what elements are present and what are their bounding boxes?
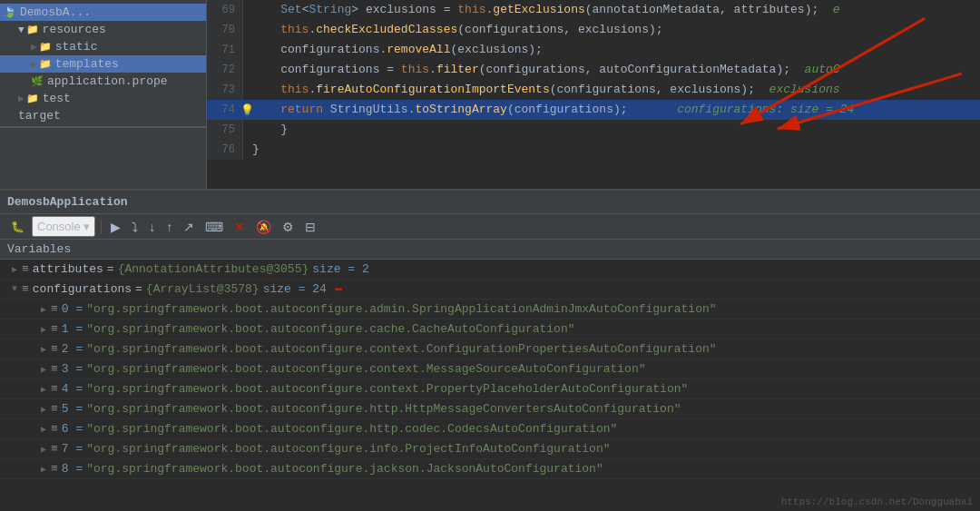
tree-static[interactable]: ▶ 📁 static bbox=[0, 38, 206, 55]
arr-6-value: "org.springframework.boot.autoconfigure.… bbox=[86, 422, 617, 436]
file-tree: 🍃 DemosbA... ▼ 📁 resources ▶ 📁 static ▶ … bbox=[0, 0, 207, 189]
arr-1-icon: ≡ bbox=[51, 322, 58, 336]
arr-6-index: 6 = bbox=[62, 422, 83, 436]
mute-btn[interactable]: 🔕 bbox=[252, 218, 275, 236]
static-label: static bbox=[55, 40, 98, 54]
tree-templates[interactable]: ▶ 📁 templates bbox=[0, 55, 206, 73]
templates-expander: ▶ bbox=[31, 58, 37, 70]
configurations-size: size = 24 bbox=[263, 282, 327, 296]
line-num-75: 75 bbox=[207, 120, 243, 140]
arr-4-icon: ≡ bbox=[51, 382, 58, 396]
restore-btn[interactable]: ⊟ bbox=[301, 218, 319, 236]
line-content-71: configurations.removeAll(exclusions); bbox=[243, 40, 543, 60]
configurations-name: configurations bbox=[33, 282, 132, 296]
arr-3-icon: ≡ bbox=[51, 362, 58, 376]
arr-8-expander[interactable]: ▶ bbox=[36, 464, 51, 475]
code-line-69: 69 Set<String> exclusions = this.getExcl… bbox=[207, 0, 980, 20]
arr-row-2[interactable]: ▶ ≡ 2 = "org.springframework.boot.autoco… bbox=[0, 339, 980, 359]
templates-folder-icon: 📁 bbox=[39, 58, 52, 70]
arr-2-expander[interactable]: ▶ bbox=[36, 344, 51, 355]
arr-6-expander[interactable]: ▶ bbox=[36, 424, 51, 435]
arr-row-5[interactable]: ▶ ≡ 5 = "org.springframework.boot.autoco… bbox=[0, 399, 980, 419]
tree-test[interactable]: ▶ 📁 test bbox=[0, 90, 206, 107]
arr-1-index: 1 = bbox=[62, 322, 83, 336]
line-num-73: 73 bbox=[207, 80, 243, 100]
arr-4-expander[interactable]: ▶ bbox=[36, 384, 51, 395]
debugger-toolbar: 🐛 Console ▾ ▶ ⤵ ↓ ↑ ↗ ⌨ ✕ 🔕 ⚙ ⊟ bbox=[0, 214, 980, 240]
arr-0-index: 0 = bbox=[62, 302, 83, 316]
arr-row-3[interactable]: ▶ ≡ 3 = "org.springframework.boot.autoco… bbox=[0, 359, 980, 379]
code-editor: 69 Set<String> exclusions = this.getExcl… bbox=[207, 0, 980, 189]
static-expander: ▶ bbox=[31, 41, 37, 53]
console-button[interactable]: Console ▾ bbox=[32, 216, 95, 237]
resources-label: resources bbox=[43, 23, 106, 36]
debugger-panel: DemosbApplication 🐛 Console ▾ ▶ ⤵ ↓ ↑ ↗ … bbox=[0, 191, 980, 511]
configurations-icon: ≡ bbox=[22, 282, 29, 296]
arr-row-6[interactable]: ▶ ≡ 6 = "org.springframework.boot.autoco… bbox=[0, 419, 980, 439]
line-content-69: Set<String> exclusions = this.getExclusi… bbox=[243, 0, 840, 20]
arr-row-7[interactable]: ▶ ≡ 7 = "org.springframework.boot.autoco… bbox=[0, 439, 980, 459]
toolbar-separator-1 bbox=[101, 220, 102, 234]
var-row-configurations[interactable]: ▼ ≡ configurations = {ArrayList@3578} si… bbox=[0, 280, 980, 300]
arr-5-expander[interactable]: ▶ bbox=[36, 404, 51, 415]
line-num-70: 70 bbox=[207, 20, 243, 40]
run-to-cursor-btn[interactable]: ↗ bbox=[180, 218, 198, 236]
line-num-71: 71 bbox=[207, 40, 243, 60]
attributes-eq: = bbox=[107, 262, 114, 276]
tree-application[interactable]: 🌿 application.prope bbox=[0, 73, 206, 90]
test-label: test bbox=[43, 92, 71, 105]
arr-8-icon: ≡ bbox=[51, 462, 58, 476]
step-out-btn[interactable]: ↑ bbox=[162, 218, 176, 236]
code-line-75: 75 } bbox=[207, 120, 980, 140]
debugger-button[interactable]: 🐛 bbox=[7, 219, 28, 235]
arr-row-8[interactable]: ▶ ≡ 8 = "org.springframework.boot.autoco… bbox=[0, 459, 980, 479]
demosb-label: DemosbA... bbox=[20, 5, 91, 19]
debugger-title: DemosbApplication bbox=[7, 195, 128, 209]
arr-1-expander[interactable]: ▶ bbox=[36, 324, 51, 335]
line-num-72: 72 bbox=[207, 60, 243, 80]
arr-row-0[interactable]: ▶ ≡ 0 = "org.springframework.boot.autoco… bbox=[0, 300, 980, 319]
evaluate-btn[interactable]: ⌨ bbox=[201, 218, 227, 236]
step-into-btn[interactable]: ↓ bbox=[145, 218, 159, 236]
var-row-attributes[interactable]: ▶ ≡ attributes = {AnnotationAttributes@3… bbox=[0, 260, 980, 280]
test-expander: ▶ bbox=[18, 93, 24, 104]
step-over-btn[interactable]: ⤵ bbox=[128, 218, 142, 236]
arr-2-icon: ≡ bbox=[51, 342, 58, 356]
resume-program-btn[interactable]: ▶ bbox=[107, 218, 124, 236]
debugger-titlebar: DemosbApplication bbox=[0, 191, 980, 214]
tree-target[interactable]: target bbox=[0, 107, 206, 128]
arr-0-expander[interactable]: ▶ bbox=[36, 304, 51, 315]
code-line-73: 73 this.fireAutoConfigurationImportEvent… bbox=[207, 80, 980, 100]
code-line-71: 71 configurations.removeAll(exclusions); bbox=[207, 40, 980, 60]
arr-1-value: "org.springframework.boot.autoconfigure.… bbox=[86, 322, 574, 336]
tree-demosb-app[interactable]: 🍃 DemosbA... bbox=[0, 4, 206, 21]
line-content-75: } bbox=[243, 120, 288, 140]
resources-expander: ▼ bbox=[18, 25, 24, 35]
watermark: https://blog.csdn.net/Dongguabai bbox=[781, 496, 973, 507]
arr-row-4[interactable]: ▶ ≡ 4 = "org.springframework.boot.autoco… bbox=[0, 379, 980, 399]
code-lines-container: 69 Set<String> exclusions = this.getExcl… bbox=[207, 0, 980, 189]
attributes-size: size = 2 bbox=[312, 262, 368, 276]
code-line-70: 70 this.checkExcludedClasses(configurati… bbox=[207, 20, 980, 40]
application-label: application.prope bbox=[47, 74, 168, 88]
arr-7-icon: ≡ bbox=[51, 442, 58, 456]
settings-btn[interactable]: ⚙ bbox=[279, 218, 298, 236]
stop-btn[interactable]: ✕ bbox=[230, 218, 249, 236]
line-content-76: } bbox=[243, 140, 260, 160]
configurations-expander[interactable]: ▼ bbox=[7, 284, 22, 294]
arr-3-expander[interactable]: ▶ bbox=[36, 364, 51, 375]
tree-resources[interactable]: ▼ 📁 resources bbox=[0, 21, 206, 38]
test-folder-icon: 📁 bbox=[26, 93, 39, 104]
line-content-73: this.fireAutoConfigurationImportEvents(c… bbox=[243, 80, 840, 100]
arr-3-value: "org.springframework.boot.autoconfigure.… bbox=[86, 362, 645, 376]
configurations-eq: = bbox=[135, 282, 142, 296]
arr-7-expander[interactable]: ▶ bbox=[36, 444, 51, 455]
attributes-expander[interactable]: ▶ bbox=[7, 264, 22, 275]
arr-7-value: "org.springframework.boot.autoconfigure.… bbox=[86, 442, 610, 456]
arr-row-1[interactable]: ▶ ≡ 1 = "org.springframework.boot.autoco… bbox=[0, 319, 980, 339]
arr-6-icon: ≡ bbox=[51, 422, 58, 436]
configurations-value: {ArrayList@3578} bbox=[146, 282, 260, 296]
arr-0-value: "org.springframework.boot.autoconfigure.… bbox=[86, 302, 716, 316]
arr-4-index: 4 = bbox=[62, 382, 83, 396]
configurations-arrow: ⬅ bbox=[334, 280, 343, 299]
